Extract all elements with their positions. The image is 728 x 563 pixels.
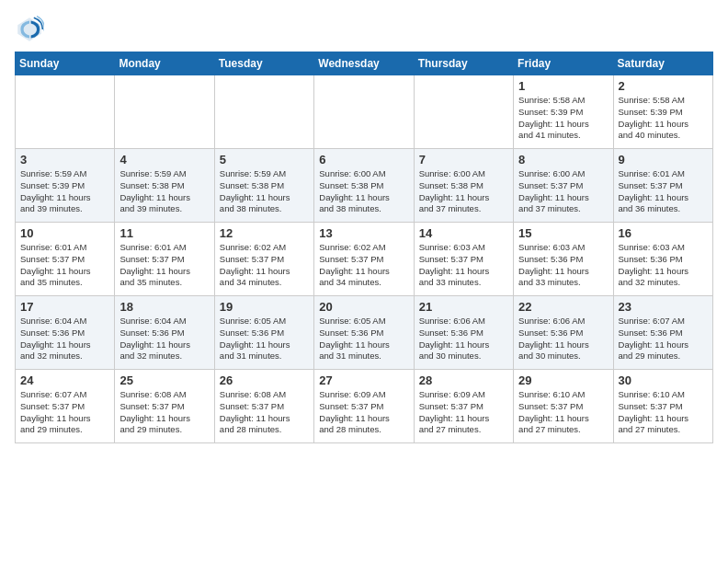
day-cell: 1Sunrise: 5:58 AM Sunset: 5:39 PM Daylig…: [514, 75, 613, 149]
day-cell: 19Sunrise: 6:05 AM Sunset: 5:36 PM Dayli…: [214, 296, 313, 370]
day-cell: [115, 75, 214, 149]
page: Sunday Monday Tuesday Wednesday Thursday…: [0, 0, 728, 458]
day-cell: [214, 75, 313, 149]
day-cell: 9Sunrise: 6:01 AM Sunset: 5:37 PM Daylig…: [613, 149, 712, 223]
day-number: 28: [419, 373, 508, 387]
header-friday: Friday: [514, 52, 613, 75]
day-number: 22: [518, 300, 608, 314]
day-number: 4: [119, 153, 209, 167]
day-number: 16: [619, 226, 708, 240]
day-cell: 2Sunrise: 5:58 AM Sunset: 5:39 PM Daylig…: [613, 75, 712, 149]
header-thursday: Thursday: [414, 52, 513, 75]
day-info: Sunrise: 6:00 AM Sunset: 5:37 PM Dayligh…: [518, 168, 608, 215]
day-info: Sunrise: 6:05 AM Sunset: 5:36 PM Dayligh…: [319, 316, 408, 362]
week-row-1: 1Sunrise: 5:58 AM Sunset: 5:39 PM Daylig…: [16, 75, 713, 149]
day-number: 29: [518, 373, 608, 387]
day-cell: 26Sunrise: 6:08 AM Sunset: 5:37 PM Dayli…: [214, 370, 313, 443]
day-info: Sunrise: 6:01 AM Sunset: 5:37 PM Dayligh…: [119, 242, 209, 289]
day-info: Sunrise: 6:01 AM Sunset: 5:37 PM Dayligh…: [619, 168, 708, 215]
day-cell: 24Sunrise: 6:07 AM Sunset: 5:37 PM Dayli…: [16, 370, 115, 443]
day-cell: 12Sunrise: 6:02 AM Sunset: 5:37 PM Dayli…: [214, 223, 313, 296]
day-cell: 15Sunrise: 6:03 AM Sunset: 5:36 PM Dayli…: [514, 223, 613, 296]
day-info: Sunrise: 6:08 AM Sunset: 5:37 PM Dayligh…: [220, 389, 309, 436]
day-number: 3: [20, 153, 109, 167]
week-row-3: 10Sunrise: 6:01 AM Sunset: 5:37 PM Dayli…: [16, 223, 713, 296]
day-number: 17: [20, 300, 109, 314]
day-cell: 5Sunrise: 5:59 AM Sunset: 5:38 PM Daylig…: [214, 149, 313, 223]
day-info: Sunrise: 6:07 AM Sunset: 5:36 PM Dayligh…: [619, 316, 708, 362]
day-cell: 7Sunrise: 6:00 AM Sunset: 5:38 PM Daylig…: [414, 149, 513, 223]
day-cell: 3Sunrise: 5:59 AM Sunset: 5:39 PM Daylig…: [16, 149, 115, 223]
day-number: 6: [319, 153, 408, 167]
day-number: 27: [319, 373, 408, 387]
day-info: Sunrise: 6:10 AM Sunset: 5:37 PM Dayligh…: [619, 389, 708, 436]
day-info: Sunrise: 6:03 AM Sunset: 5:36 PM Dayligh…: [619, 242, 708, 289]
day-number: 21: [419, 300, 508, 314]
week-row-4: 17Sunrise: 6:04 AM Sunset: 5:36 PM Dayli…: [16, 296, 713, 370]
day-number: 1: [518, 79, 608, 93]
day-info: Sunrise: 6:09 AM Sunset: 5:37 PM Dayligh…: [319, 389, 408, 436]
day-number: 9: [619, 153, 708, 167]
day-number: 18: [119, 300, 209, 314]
day-cell: 10Sunrise: 6:01 AM Sunset: 5:37 PM Dayli…: [16, 223, 115, 296]
day-number: 13: [319, 226, 408, 240]
day-cell: 20Sunrise: 6:05 AM Sunset: 5:36 PM Dayli…: [314, 296, 414, 370]
day-cell: [314, 75, 414, 149]
day-cell: 30Sunrise: 6:10 AM Sunset: 5:37 PM Dayli…: [613, 370, 712, 443]
day-cell: 6Sunrise: 6:00 AM Sunset: 5:38 PM Daylig…: [314, 149, 414, 223]
day-number: 24: [20, 373, 109, 387]
day-cell: 11Sunrise: 6:01 AM Sunset: 5:37 PM Dayli…: [115, 223, 214, 296]
weekday-header-row: Sunday Monday Tuesday Wednesday Thursday…: [16, 52, 713, 75]
day-cell: 16Sunrise: 6:03 AM Sunset: 5:36 PM Dayli…: [613, 223, 712, 296]
day-cell: 14Sunrise: 6:03 AM Sunset: 5:37 PM Dayli…: [414, 223, 513, 296]
header: [15, 15, 713, 44]
day-info: Sunrise: 5:58 AM Sunset: 5:39 PM Dayligh…: [518, 95, 608, 142]
day-info: Sunrise: 6:01 AM Sunset: 5:37 PM Dayligh…: [20, 242, 109, 289]
day-number: 2: [619, 79, 708, 93]
day-cell: 21Sunrise: 6:06 AM Sunset: 5:36 PM Dayli…: [414, 296, 513, 370]
day-cell: 18Sunrise: 6:04 AM Sunset: 5:36 PM Dayli…: [115, 296, 214, 370]
day-number: 8: [518, 153, 608, 167]
day-info: Sunrise: 6:03 AM Sunset: 5:36 PM Dayligh…: [518, 242, 608, 289]
day-info: Sunrise: 6:04 AM Sunset: 5:36 PM Dayligh…: [20, 316, 109, 362]
day-cell: 13Sunrise: 6:02 AM Sunset: 5:37 PM Dayli…: [314, 223, 414, 296]
day-info: Sunrise: 6:07 AM Sunset: 5:37 PM Dayligh…: [20, 389, 109, 436]
day-number: 11: [119, 226, 209, 240]
week-row-5: 24Sunrise: 6:07 AM Sunset: 5:37 PM Dayli…: [16, 370, 713, 443]
day-info: Sunrise: 6:02 AM Sunset: 5:37 PM Dayligh…: [220, 242, 309, 289]
day-info: Sunrise: 6:06 AM Sunset: 5:36 PM Dayligh…: [518, 316, 608, 362]
day-cell: 23Sunrise: 6:07 AM Sunset: 5:36 PM Dayli…: [613, 296, 712, 370]
header-sunday: Sunday: [16, 52, 115, 75]
day-info: Sunrise: 6:03 AM Sunset: 5:37 PM Dayligh…: [419, 242, 508, 289]
day-info: Sunrise: 6:09 AM Sunset: 5:37 PM Dayligh…: [419, 389, 508, 436]
day-info: Sunrise: 5:59 AM Sunset: 5:38 PM Dayligh…: [119, 168, 209, 215]
day-number: 26: [220, 373, 309, 387]
day-info: Sunrise: 6:06 AM Sunset: 5:36 PM Dayligh…: [419, 316, 508, 362]
day-info: Sunrise: 5:59 AM Sunset: 5:38 PM Dayligh…: [220, 168, 309, 215]
header-tuesday: Tuesday: [214, 52, 313, 75]
day-cell: 27Sunrise: 6:09 AM Sunset: 5:37 PM Dayli…: [314, 370, 414, 443]
day-info: Sunrise: 6:04 AM Sunset: 5:36 PM Dayligh…: [119, 316, 209, 362]
day-number: 25: [119, 373, 209, 387]
header-monday: Monday: [115, 52, 214, 75]
day-cell: [16, 75, 115, 149]
day-cell: 4Sunrise: 5:59 AM Sunset: 5:38 PM Daylig…: [115, 149, 214, 223]
day-cell: 8Sunrise: 6:00 AM Sunset: 5:37 PM Daylig…: [514, 149, 613, 223]
day-cell: 25Sunrise: 6:08 AM Sunset: 5:37 PM Dayli…: [115, 370, 214, 443]
calendar-table: Sunday Monday Tuesday Wednesday Thursday…: [15, 52, 713, 443]
day-number: 30: [619, 373, 708, 387]
header-saturday: Saturday: [613, 52, 712, 75]
day-info: Sunrise: 6:00 AM Sunset: 5:38 PM Dayligh…: [319, 168, 408, 215]
day-number: 15: [518, 226, 608, 240]
day-number: 5: [220, 153, 309, 167]
day-info: Sunrise: 5:59 AM Sunset: 5:39 PM Dayligh…: [20, 168, 109, 215]
day-number: 14: [419, 226, 508, 240]
day-number: 10: [20, 226, 109, 240]
day-info: Sunrise: 6:02 AM Sunset: 5:37 PM Dayligh…: [319, 242, 408, 289]
day-info: Sunrise: 6:00 AM Sunset: 5:38 PM Dayligh…: [419, 168, 508, 215]
day-cell: 28Sunrise: 6:09 AM Sunset: 5:37 PM Dayli…: [414, 370, 513, 443]
day-number: 19: [220, 300, 309, 314]
logo-icon: [15, 15, 44, 44]
day-number: 23: [619, 300, 708, 314]
day-number: 7: [419, 153, 508, 167]
